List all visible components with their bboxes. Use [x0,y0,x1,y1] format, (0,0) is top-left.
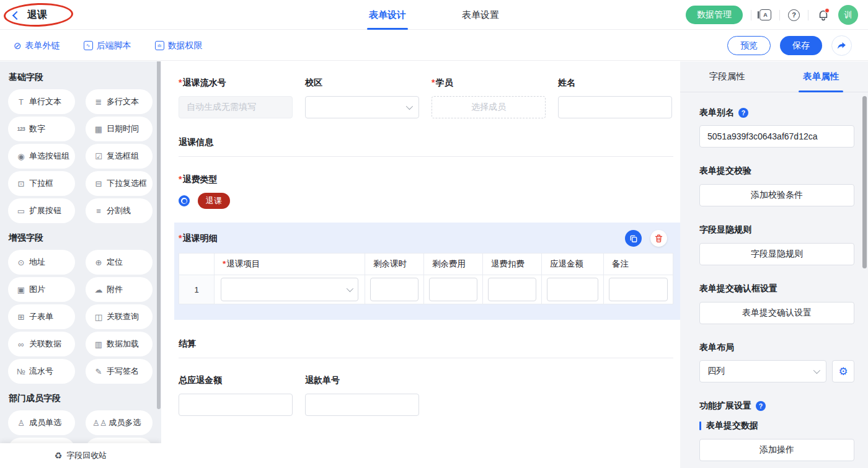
sidebar-item-checkbox-group[interactable]: ☑复选框组 [86,144,153,169]
sidebar-item-datetime[interactable]: ▦日期时间 [86,117,153,141]
chevron-down-icon [347,285,353,292]
campus-select[interactable] [305,96,419,118]
share-button[interactable] [831,35,852,56]
sidebar-item-number[interactable]: 123数字 [8,117,75,141]
field-refund-type[interactable]: *退费类型 退课 [179,174,673,209]
field-student[interactable]: *学员 选择成员 [432,77,546,118]
copy-button[interactable] [625,230,642,247]
toolbar-actions: 预览 保存 [727,30,852,61]
submit-confirm-button[interactable]: 表单提交确认设置 [699,302,854,324]
field-total-refund[interactable]: 总应退金额 [179,375,293,416]
deduction-input[interactable] [488,278,536,301]
single-line-text-icon: T [15,98,27,106]
sidebar-item-location[interactable]: ⊕定位 [86,250,153,275]
divider [779,10,780,20]
gear-icon: ⚙ [838,365,848,378]
sidebar-item-address[interactable]: ⊙地址 [8,250,75,275]
sidebar-item-single-line-text[interactable]: T单行文本 [8,89,75,114]
field-campus[interactable]: 校区 [305,77,419,118]
name-input[interactable] [558,96,672,118]
backend-script-button[interactable]: ∿ 后端脚本 [84,40,131,51]
field-refund-serial[interactable]: *退课流水号 自动生成无需填写 [179,77,293,118]
add-action-button-submit[interactable]: 添加操作 [699,439,854,461]
external-link-button[interactable]: ⊘ 表单外链 [14,40,60,51]
multi-dropdown-icon: ⊟ [92,180,105,188]
tab-field-properties[interactable]: 字段属性 [680,61,774,92]
pen-icon: ✎ [92,368,105,376]
save-button[interactable]: 保存 [780,36,822,55]
group-submit-validation: 表单提交校验 添加校验条件 [699,166,854,206]
field-visibility-button[interactable]: 字段显隐规则 [699,243,854,265]
bar-chart-icon: ▥ [92,340,105,348]
data-permission-button[interactable]: ılı 数据权限 [155,40,203,51]
tab-form-design[interactable]: 表单设计 [367,0,408,30]
notification-dot [825,8,830,13]
tab-form-settings[interactable]: 表单设置 [460,0,501,30]
sidebar-item-divider-line[interactable]: ≡分割线 [86,198,153,223]
sidebar-item-member-multi[interactable]: ♙♙成员多选 [86,410,153,435]
total-refund-input[interactable] [179,394,293,416]
field-refund-order-no[interactable]: 退款单号 [305,375,419,416]
layout-select[interactable]: 四列 [699,360,826,382]
refund-order-no-input[interactable] [305,394,419,416]
add-validation-button[interactable]: 添加校验条件 [699,184,854,206]
field-recycle-bin[interactable]: ♻ 字段回收站 [0,443,161,468]
link-icon: ⊘ [14,41,22,50]
group-submit-confirm: 表单提交确认框设置 表单提交确认设置 [699,283,854,324]
sidebar-item-serial-number[interactable]: №流水号 [8,359,75,384]
section-title-basic-fields: 基础字段 [9,72,153,83]
refund-item-select[interactable] [221,278,358,301]
refund-type-option-badge[interactable]: 退课 [198,193,230,209]
panel-scrollbar[interactable] [862,96,867,268]
required-mark: * [179,233,182,243]
section-title-member-fields: 部门成员字段 [9,393,153,404]
sidebar-scrollbar[interactable] [157,61,161,409]
remaining-hours-input[interactable] [370,278,418,301]
data-manage-button[interactable]: 数据管理 [686,6,743,24]
panel-tabs: 字段属性 表单属性 [680,61,868,92]
subform-refund-detail-selected[interactable]: *退课明细 [174,223,680,320]
column-header-refund-item: *退课项目 [215,254,365,275]
form-alias-input[interactable]: 5051a939f3c0643af67d12ca [699,125,854,148]
sidebar-item-radio-group[interactable]: ◉单选按钮组 [8,144,75,169]
help-badge-icon[interactable]: ? [738,108,748,118]
sidebar-item-select[interactable]: ⊡下拉框 [8,171,75,196]
field-name[interactable]: 姓名 [558,77,672,118]
section-refund-info[interactable]: 退课信息 [179,137,673,157]
divider [751,10,751,20]
permission-icon: ılı [155,41,164,50]
share-arrow-icon [836,40,847,51]
remaining-fee-input[interactable] [429,278,477,301]
sidebar-item-image[interactable]: ▣图片 [8,277,75,302]
refund-serial-input: 自动生成无需填写 [179,96,293,118]
refund-amount-input[interactable] [547,278,598,301]
radio-selected-icon[interactable] [179,195,190,206]
sidebar-item-extend-button[interactable]: ▭扩展按钮 [8,198,75,223]
subform-icon: ⊞ [15,313,27,321]
remark-input[interactable] [609,278,668,301]
help-badge-icon[interactable]: ? [756,401,766,411]
checkbox-icon: ☑ [92,152,105,161]
sidebar-item-relation-query[interactable]: ◫关联查询 [86,304,153,329]
tab-form-properties[interactable]: 表单属性 [774,61,868,92]
delete-button[interactable] [650,230,667,247]
sidebar-item-multi-select[interactable]: ⊟下拉复选框 [86,171,153,196]
sidebar-item-data-load[interactable]: ▥数据加载 [86,332,153,356]
required-mark: * [223,259,226,268]
sidebar-item-signature[interactable]: ✎手写签名 [86,359,153,384]
preview-button[interactable]: 预览 [727,36,771,55]
address-book-icon[interactable]: A [760,9,771,20]
form-canvas: *退课流水号 自动生成无需填写 校区 *学员 选择成员 姓名 退课信息 *退费类… [161,61,680,468]
student-picker[interactable]: 选择成员 [432,96,546,118]
sidebar-item-member-single[interactable]: ♙成员单选 [8,410,75,435]
notification-bell-icon[interactable] [817,8,830,22]
sidebar-item-relation-data[interactable]: ∞关联数据 [8,332,75,356]
help-icon[interactable]: ? [788,9,800,21]
map-pin-icon: ⊙ [15,258,27,267]
section-settlement[interactable]: 结算 [179,338,673,358]
layout-settings-button[interactable]: ⚙ [832,360,854,382]
sidebar-item-attachment[interactable]: ☁附件 [86,277,153,302]
sidebar-item-subform[interactable]: ⊞子表单 [8,304,75,329]
sidebar-item-multi-line-text[interactable]: ≣多行文本 [86,89,153,114]
user-avatar[interactable]: 训 [838,5,858,25]
